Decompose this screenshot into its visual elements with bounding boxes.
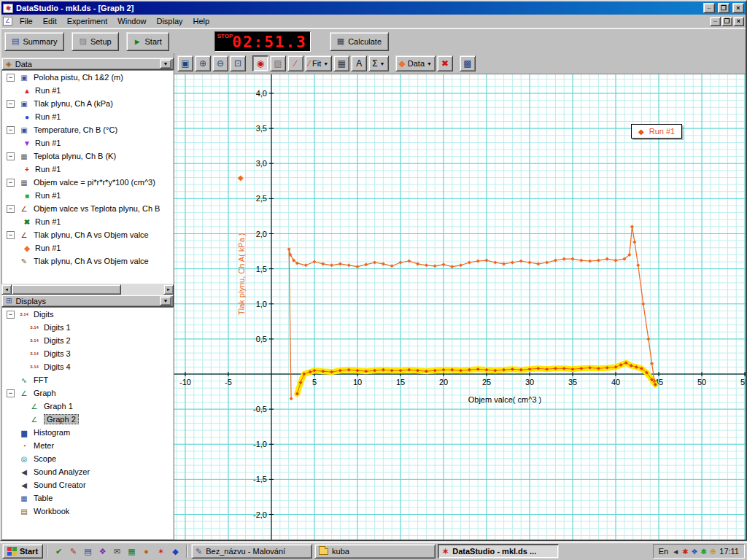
data-item-row[interactable]: −▣Poloha pistu, Ch 1&2 (m)	[2, 71, 173, 84]
data-item-row[interactable]: −▣Temperature, Ch B (°C)	[2, 123, 173, 136]
task-button[interactable]: ✎Bez_názvu - Malování	[191, 544, 312, 559]
display-item-row[interactable]: −3.14Digits	[2, 308, 173, 321]
remove-button[interactable]: ✖	[437, 55, 453, 71]
display-child-row[interactable]: ∠Graph 2	[2, 413, 173, 426]
plot-area[interactable]: -10-55101520253035404550554,03,53,02,52,…	[174, 74, 746, 540]
scale-to-fit-button[interactable]: ▣	[177, 55, 193, 71]
data-item-row[interactable]: −▣Tlak plynu, Ch A (kPa)	[2, 97, 173, 110]
keyboard-layout-indicator[interactable]: En	[659, 547, 668, 556]
start-button[interactable]: ► Start	[126, 32, 169, 51]
task-button[interactable]: kuba	[314, 544, 436, 559]
data-pane-hscrollbar[interactable]: ◄ ►	[1, 284, 174, 295]
data-pane-header[interactable]: ◈ Data ▼	[1, 58, 174, 70]
tree-collapse-icon[interactable]: −	[7, 100, 15, 108]
graph-settings-button[interactable]: ▩	[460, 55, 476, 71]
menu-edit[interactable]: Edit	[38, 15, 62, 27]
zoom-select-button[interactable]: ⊡	[230, 55, 246, 71]
mdi-minimize-button[interactable]: _	[710, 17, 721, 26]
hscroll-left-button[interactable]: ◄	[1, 284, 12, 295]
data-menu-button[interactable]: ◆Data▼	[395, 55, 436, 71]
run-row[interactable]: ✖Run #1	[2, 215, 173, 228]
run-row[interactable]: ●Run #1	[2, 110, 173, 123]
menu-file[interactable]: File	[15, 15, 38, 27]
tree-collapse-icon[interactable]: −	[7, 179, 15, 187]
data-item-row[interactable]: ✎Tlak plynu, Ch A vs Objem valce	[2, 254, 173, 268]
displays-pane-header[interactable]: ⊞ Displays ▼	[1, 295, 174, 307]
setup-button[interactable]: ▨ Setup	[71, 32, 118, 51]
close-button[interactable]: ×	[732, 3, 744, 13]
hscroll-thumb[interactable]	[12, 284, 121, 295]
quicklaunch-icon-5[interactable]: ✉	[110, 545, 124, 559]
slope-tool-button[interactable]: ∕	[287, 55, 303, 71]
menu-window[interactable]: Window	[112, 15, 151, 27]
mdi-restore-button[interactable]: ❐	[721, 17, 732, 26]
y-axis-title[interactable]: Tlak plynu, Ch A( kPa )	[237, 190, 246, 315]
run-row[interactable]: ◆Run #1	[2, 241, 173, 254]
data-pane-dropdown-arrow-icon[interactable]: ▼	[160, 59, 171, 69]
display-child-row[interactable]: ∠Graph 1	[2, 400, 173, 413]
display-child-row[interactable]: 3.14Digits 2	[2, 334, 173, 347]
display-item-row[interactable]: ∿FFT	[2, 373, 173, 386]
display-item-row[interactable]: ◎Scope	[2, 452, 173, 465]
data-item-row[interactable]: −▦Teplota plynu, Ch B (K)	[2, 149, 173, 163]
display-item-row[interactable]: ▆Histogram	[2, 426, 173, 439]
quicklaunch-icon-7[interactable]: ●	[139, 545, 153, 559]
tree-collapse-icon[interactable]: −	[7, 205, 15, 213]
run-row[interactable]: ▼Run #1	[2, 136, 173, 149]
quicklaunch-icon-3[interactable]: ▤	[81, 545, 95, 559]
volume-icon[interactable]: ◄	[672, 548, 679, 556]
run-row[interactable]: +Run #1	[2, 163, 173, 176]
menu-experiment[interactable]: Experiment	[62, 15, 113, 27]
display-item-row[interactable]: ▤Workbook	[2, 505, 173, 518]
hscroll-right-button[interactable]: ►	[163, 284, 174, 295]
tray-icon-2[interactable]: ✱	[682, 548, 688, 556]
text-annotation-button[interactable]: A	[351, 55, 367, 71]
graph-plot[interactable]: -10-55101520253035404550554,03,53,02,52,…	[174, 74, 746, 540]
minimize-button[interactable]: _	[703, 3, 715, 13]
data-item-row[interactable]: −∠Objem valce vs Teplota plynu, Ch B	[2, 202, 173, 215]
tree-collapse-icon[interactable]: −	[7, 311, 15, 319]
run-row[interactable]: ▲Run #1	[2, 84, 173, 97]
tree-collapse-icon[interactable]: −	[7, 152, 15, 160]
quicklaunch-icon-2[interactable]: ✎	[66, 545, 80, 559]
summary-button[interactable]: ▤ Summary	[4, 32, 64, 51]
notes-tool-button[interactable]: ▨	[270, 55, 286, 71]
display-item-row[interactable]: −∠Graph	[2, 386, 173, 400]
tree-collapse-icon[interactable]: −	[7, 126, 15, 134]
quicklaunch-icon-1[interactable]: ✔	[52, 545, 66, 559]
task-button[interactable]: ✶DataStudio - mkl.ds ...	[438, 544, 559, 559]
tray-icon-4[interactable]: ✽	[701, 548, 707, 556]
x-axis-title[interactable]: Objem valce( cm^3 )	[439, 395, 570, 404]
fit-menu-button[interactable]: ∕Fit▼	[305, 55, 332, 71]
calculate-button[interactable]: ▦ Calculate	[330, 32, 389, 51]
display-item-row[interactable]: ▦Table	[2, 491, 173, 505]
statistics-menu-button[interactable]: Σ▼	[368, 55, 388, 71]
menu-display[interactable]: Display	[151, 15, 187, 27]
data-item-row[interactable]: −∠Tlak plynu, Ch A vs Objem valce	[2, 228, 173, 241]
tray-icon-5[interactable]: ⊕	[710, 548, 716, 556]
display-child-row[interactable]: 3.14Digits 1	[2, 321, 173, 334]
run-row[interactable]: ■Run #1	[2, 189, 173, 202]
restore-button[interactable]: ❐	[718, 3, 729, 13]
menu-help[interactable]: Help	[188, 15, 215, 27]
mdi-close-button[interactable]: ×	[733, 17, 744, 26]
calculator-button[interactable]: ▦	[333, 55, 349, 71]
tree-collapse-icon[interactable]: −	[7, 231, 15, 239]
display-item-row[interactable]: ◔Meter	[2, 439, 173, 452]
legend[interactable]: ◆ Run #1	[631, 124, 682, 139]
quicklaunch-icon-8[interactable]: ✶	[154, 545, 168, 559]
tree-collapse-icon[interactable]: −	[7, 74, 15, 82]
tree-collapse-icon[interactable]: −	[7, 389, 15, 397]
smart-tool-button[interactable]: ◉	[252, 55, 268, 71]
zoom-out-button[interactable]: ⊖	[212, 55, 228, 71]
displays-pane-dropdown-arrow-icon[interactable]: ▼	[160, 296, 171, 306]
quicklaunch-icon-4[interactable]: ❖	[96, 545, 109, 559]
tray-icon-3[interactable]: ❖	[692, 548, 698, 556]
start-menu-button[interactable]: Start	[2, 544, 43, 559]
data-item-row[interactable]: −▦Objem valce = pi*r*r*y*100 (cm^3)	[2, 176, 173, 189]
display-item-row[interactable]: ◀Sound Analyzer	[2, 465, 173, 478]
display-child-row[interactable]: 3.14Digits 3	[2, 347, 173, 360]
quicklaunch-icon-6[interactable]: ▦	[125, 545, 139, 559]
zoom-in-button[interactable]: ⊕	[195, 55, 211, 71]
title-bar[interactable]: ✶ DataStudio - mkl.ds - [Graph 2] _ ❐ ×	[1, 1, 746, 15]
